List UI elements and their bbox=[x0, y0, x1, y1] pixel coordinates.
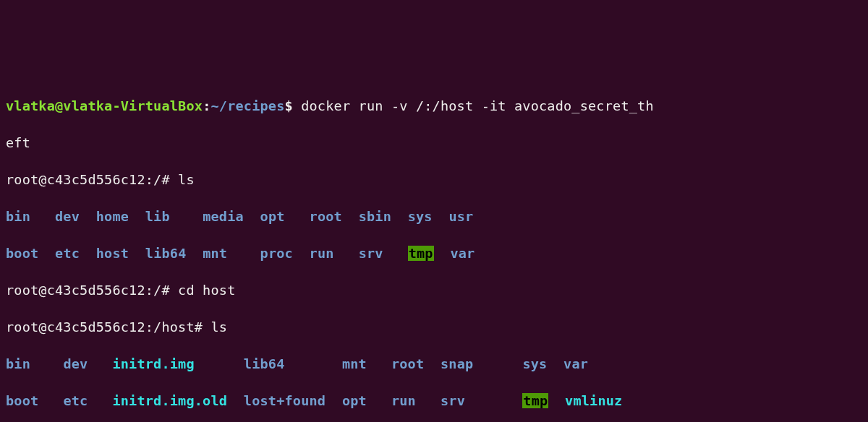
initial-prompt-line: vlatka@vlatka-VirtualBox:~/recipes$ dock… bbox=[6, 97, 862, 116]
symlink: initrd.img bbox=[112, 356, 194, 371]
command-text: docker run -v /:/host -it avocado_secret… bbox=[293, 98, 654, 113]
symlink: initrd.img.old bbox=[112, 393, 227, 408]
prompt-line: root@c43c5d556c12:/# cd host bbox=[6, 281, 862, 300]
command-wrap: eft bbox=[6, 134, 862, 152]
tmp-dir-highlight: tmp bbox=[408, 246, 434, 261]
user-host: vlatka@vlatka-VirtualBox bbox=[6, 98, 203, 113]
ls-output-line: bin dev home lib media opt root sbin sys… bbox=[6, 207, 862, 226]
ls-output-line: bin dev initrd.img lib64 mnt root snap s… bbox=[6, 355, 862, 374]
symlink: vmlinuz bbox=[565, 393, 622, 408]
tmp-dir-highlight: tmp bbox=[522, 393, 548, 408]
cwd-path: ~/recipes bbox=[210, 98, 284, 113]
prompt-line: root@c43c5d556c12:/host# ls bbox=[6, 318, 862, 337]
ls-output-line: boot etc initrd.img.old lost+found opt r… bbox=[6, 392, 862, 410]
prompt-line: root@c43c5d556c12:/# ls bbox=[6, 171, 862, 189]
terminal[interactable]: vlatka@vlatka-VirtualBox:~/recipes$ dock… bbox=[6, 78, 862, 422]
ls-output-line: boot etc host lib64 mnt proc run srv tmp… bbox=[6, 244, 862, 263]
